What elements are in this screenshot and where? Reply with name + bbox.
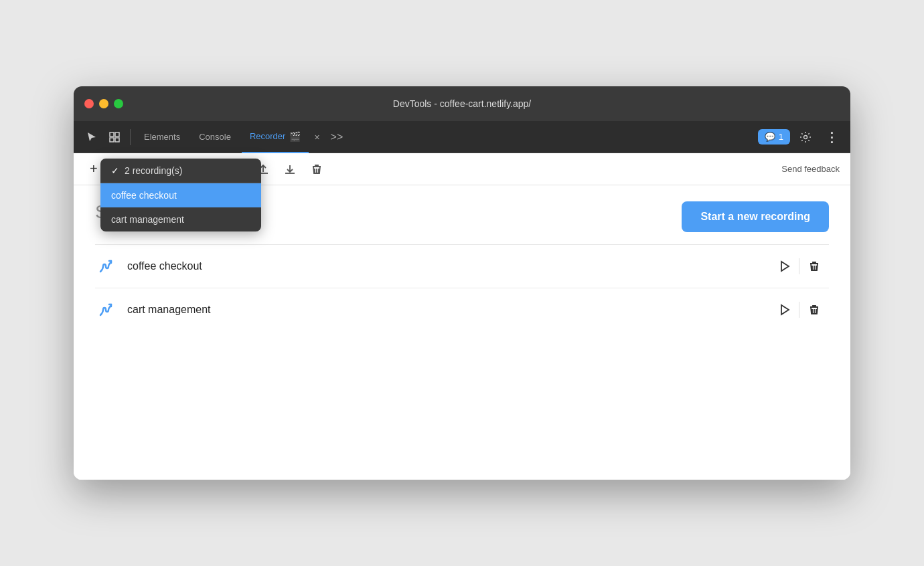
dropdown-item-coffee-checkout[interactable]: coffee checkout — [100, 183, 261, 207]
recording-name-coffee-checkout: coffee checkout — [127, 260, 759, 272]
toolbar-divider-1 — [130, 129, 131, 145]
tab-console[interactable]: Console — [191, 121, 239, 153]
delete-btn[interactable] — [305, 159, 329, 180]
add-icon: + — [90, 161, 98, 177]
recording-icon-coffee-checkout — [95, 256, 117, 277]
tab-recorder[interactable]: Recorder 🎬 — [242, 121, 309, 153]
more-tabs-btn[interactable]: >> — [325, 128, 349, 146]
main-toolbar: Elements Console Recorder 🎬 × >> 💬 1 — [74, 121, 850, 153]
dropdown-item-cart-management[interactable]: cart management — [100, 207, 261, 231]
dropdown-header-text: 2 recording(s) — [125, 165, 182, 176]
delete-btn-cart-management[interactable] — [799, 299, 829, 320]
inspect-icon-btn[interactable] — [104, 127, 125, 147]
menu-btn[interactable]: ⋮ — [821, 125, 842, 149]
checkmark-icon: ✓ — [111, 165, 119, 176]
recording-actions-coffee-checkout — [769, 256, 829, 277]
tab-recorder-close[interactable]: × — [311, 130, 322, 144]
svg-rect-1 — [115, 132, 119, 136]
cursor-icon-btn[interactable] — [82, 127, 102, 147]
dropdown-header: ✓ 2 recording(s) — [100, 159, 261, 183]
toolbar-right: 💬 1 ⋮ — [758, 125, 842, 149]
recording-actions-cart-management — [769, 299, 829, 320]
tab-elements[interactable]: Elements — [136, 121, 188, 153]
minimize-button[interactable] — [99, 99, 108, 108]
play-btn-coffee-checkout[interactable] — [769, 256, 799, 277]
chat-icon: 💬 — [765, 132, 775, 142]
recording-name-cart-management: cart management — [127, 304, 759, 316]
devtools-body: Elements Console Recorder 🎬 × >> 💬 1 — [74, 121, 850, 480]
recording-item-cart-management: cart management — [95, 288, 829, 331]
window-title: DevTools - coffee-cart.netlify.app/ — [393, 98, 531, 109]
settings-btn[interactable] — [795, 127, 816, 147]
traffic-lights — [84, 99, 123, 108]
feedback-count-btn[interactable]: 💬 1 — [758, 129, 790, 145]
close-button[interactable] — [84, 99, 94, 108]
send-feedback-link[interactable]: Send feedback — [781, 164, 840, 174]
recorder-panel: + ✓ 2 recording(s) coffee checkout cart … — [74, 153, 850, 480]
svg-rect-0 — [110, 132, 114, 136]
svg-rect-3 — [115, 138, 119, 142]
sub-toolbar: + ✓ 2 recording(s) coffee checkout cart … — [74, 153, 850, 185]
recording-icon-cart-management — [95, 299, 117, 320]
start-recording-btn[interactable]: Start a new recording — [682, 201, 829, 232]
maximize-button[interactable] — [114, 99, 123, 108]
recording-item-coffee-checkout: coffee checkout — [95, 244, 829, 288]
recorder-icon: 🎬 — [289, 131, 301, 142]
svg-marker-5 — [781, 262, 789, 271]
recordings-dropdown-container: ✓ 2 recording(s) coffee checkout cart ma… — [100, 159, 261, 231]
title-bar: DevTools - coffee-cart.netlify.app/ — [74, 86, 850, 121]
download-btn[interactable] — [278, 159, 302, 180]
svg-rect-2 — [110, 138, 114, 142]
svg-point-4 — [804, 135, 807, 138]
svg-marker-6 — [781, 305, 789, 314]
recording-list: coffee checkout — [95, 244, 829, 331]
play-btn-cart-management[interactable] — [769, 299, 799, 320]
recordings-dropdown: ✓ 2 recording(s) coffee checkout cart ma… — [100, 159, 261, 231]
delete-btn-coffee-checkout[interactable] — [799, 256, 829, 277]
devtools-window: DevTools - coffee-cart.netlify.app/ Elem… — [74, 86, 850, 480]
